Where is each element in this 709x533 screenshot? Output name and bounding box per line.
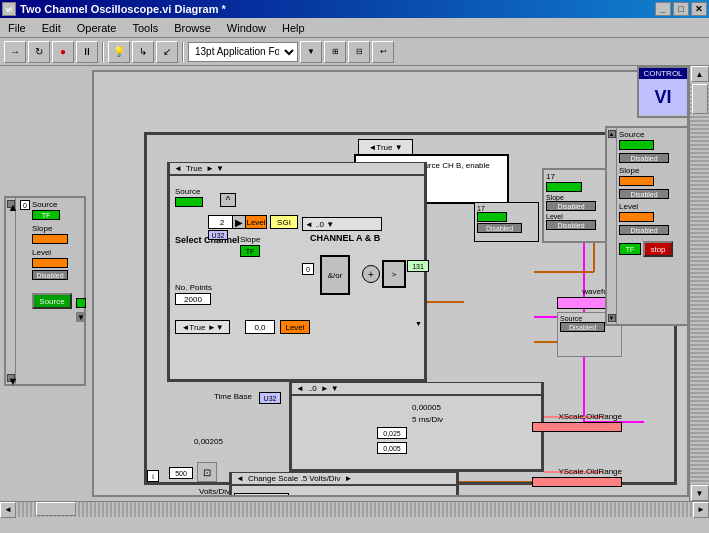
menu-tools[interactable]: Tools (128, 20, 162, 36)
menu-operate[interactable]: Operate (73, 20, 121, 36)
ts-dropdown[interactable]: ▼ (331, 384, 339, 393)
cs-arrow-left[interactable]: ◄ (236, 474, 244, 483)
align-button[interactable]: ⊞ (324, 41, 346, 63)
right-panel-scroll-up[interactable]: ▲ (608, 130, 616, 138)
val-00205: 0,00205 (194, 437, 223, 446)
source-disabled-cluster: 17 Disabled (474, 202, 539, 242)
level-value-box[interactable]: 0,0 (245, 320, 275, 334)
sum-node: + (362, 265, 380, 283)
val-500: 500 (169, 467, 193, 479)
no-points-label: No. Points (175, 283, 212, 292)
no-points-value[interactable]: 2000 (175, 293, 211, 305)
font-size-up[interactable]: ▼ (300, 41, 322, 63)
menu-bar: File Edit Operate Tools Browse Window He… (0, 18, 709, 38)
cs-num-2a: 2 (292, 495, 304, 497)
h-scroll-right[interactable]: ► (693, 502, 709, 518)
sdr-disabled: Disabled (560, 322, 605, 332)
sd-disabled: Disabled (477, 223, 522, 233)
left-arrow-down[interactable]: ▼ (76, 312, 86, 322)
h-scroll-left[interactable]: ◄ (0, 502, 16, 518)
true-label: True (186, 164, 202, 173)
scrollbar-bottom[interactable]: ◄ ► (0, 501, 709, 517)
cs-arrow-right[interactable]: ► (344, 474, 352, 483)
run-continuous-button[interactable]: ↻ (28, 41, 50, 63)
ts-arrow-left[interactable]: ◄ (296, 384, 304, 393)
left-level-indicator (32, 258, 68, 268)
left-arrow-down-inner[interactable]: ▼ (415, 320, 422, 327)
sd-source: 17 (477, 205, 536, 212)
case-dropdown[interactable]: ▼ (216, 164, 224, 173)
tf-inner-indicator (175, 197, 203, 207)
time-base-label: Time Base (214, 392, 252, 401)
channel-ab-label: CHANNEL A & B (310, 233, 380, 243)
left-green-indicator (76, 298, 86, 308)
pause-button[interactable]: ⏸ (76, 41, 98, 63)
stop-button[interactable]: ● (52, 41, 74, 63)
window-icon: vi (2, 2, 16, 16)
scrollbar-right: ▲ ▼ (689, 66, 709, 501)
slope-label-inner: Slope (240, 235, 260, 244)
step-into-button[interactable]: ↙ (156, 41, 178, 63)
sd-source-ind (477, 212, 507, 222)
font-selector[interactable]: 13pt Application Font (188, 42, 298, 62)
level-orange-box: Level (245, 215, 267, 229)
tr-disabled-1: Disabled (546, 201, 596, 211)
increment-node: ^ (220, 193, 236, 207)
menu-help[interactable]: Help (278, 20, 309, 36)
left-source-button[interactable]: Source (32, 293, 72, 309)
ts-arrow-right[interactable]: ► (321, 384, 329, 393)
menu-browse[interactable]: Browse (170, 20, 215, 36)
right-stop-btn[interactable]: stop (643, 241, 673, 257)
panel-scroll-up[interactable]: ▲ (7, 200, 15, 208)
right-tf-ind: TF (619, 243, 641, 255)
v-scroll-down[interactable]: ▼ (691, 485, 709, 501)
tr-source-ind (546, 182, 582, 192)
window-title: Two Channel Oscilloscope.vi Diagram * (20, 3, 226, 15)
ts-val-00005: 0,00005 (412, 403, 441, 412)
minimize-button[interactable]: _ (655, 2, 671, 16)
level-orange-btn[interactable]: Level (280, 320, 310, 334)
h-scroll-thumb[interactable] (36, 502, 76, 516)
right-panel-scroll-down[interactable]: ▼ (608, 314, 616, 322)
change-scale-struct: ◄ Change Scale .5 Volts/Div ► ◄ ..0 ▼ 2 … (229, 472, 459, 497)
panel-scroll-down[interactable]: ▼ (7, 374, 15, 382)
undo-button[interactable]: ↩ (372, 41, 394, 63)
oscilloscope-icon: ⊡ (197, 462, 217, 482)
left-source-label: Source (32, 200, 57, 209)
left-control-panel: ▲ ▼ 0 Source TF Slope Level Disabled Sou… (4, 196, 86, 386)
right-source-label: Source (619, 130, 685, 139)
dot-zero-selector[interactable]: ◄ ..0 ▼ (302, 217, 382, 231)
left-disabled-indicator: Disabled (32, 270, 68, 280)
run-arrow-button[interactable]: → (4, 41, 26, 63)
v-scroll-thumb[interactable] (692, 84, 708, 114)
zero-input-node: 0 (302, 263, 314, 275)
display-131: 131 (407, 260, 429, 272)
distribute-button[interactable]: ⊟ (348, 41, 370, 63)
right-slope-label: Slope (619, 166, 685, 175)
level-sgi-btn[interactable]: SGI (270, 215, 298, 229)
menu-edit[interactable]: Edit (38, 20, 65, 36)
control-badge: CONTROL VI (637, 66, 689, 118)
cs-dot-zero[interactable]: ◄ ..0 ▼ (234, 493, 289, 497)
step-over-button[interactable]: ↳ (132, 41, 154, 63)
menu-window[interactable]: Window (223, 20, 270, 36)
v-scroll-up[interactable]: ▲ (691, 66, 709, 82)
title-bar: vi Two Channel Oscilloscope.vi Diagram *… (0, 0, 709, 18)
source-label-inner: Source (175, 187, 200, 196)
highlight-button[interactable]: 💡 (108, 41, 130, 63)
true-selector-inner[interactable]: ◄True ►▼ (175, 320, 230, 334)
arrow-right-node: ▶ (232, 215, 246, 229)
time-seq-struct: ◄ ..0 ► ▼ 0,00005 5 ms/Div 0,025 0,005 (289, 382, 544, 472)
toolbar: → ↻ ● ⏸ 💡 ↳ ↙ 13pt Application Font ▼ ⊞ … (0, 38, 709, 66)
close-button[interactable]: ✕ (691, 2, 707, 16)
ts-label: ..0 (308, 384, 317, 393)
control-badge-graphic: VI (639, 79, 687, 115)
case-arrow-right[interactable]: ► (206, 164, 214, 173)
menu-file[interactable]: File (4, 20, 30, 36)
toolbar-separator-2 (182, 42, 184, 62)
true-selector-top[interactable]: ◄True ▼ (358, 139, 413, 155)
u32-label-1: U32 (208, 230, 228, 240)
maximize-button[interactable]: □ (673, 2, 689, 16)
v-scroll-track (690, 82, 709, 485)
case-arrow-left[interactable]: ◄ (174, 164, 182, 173)
